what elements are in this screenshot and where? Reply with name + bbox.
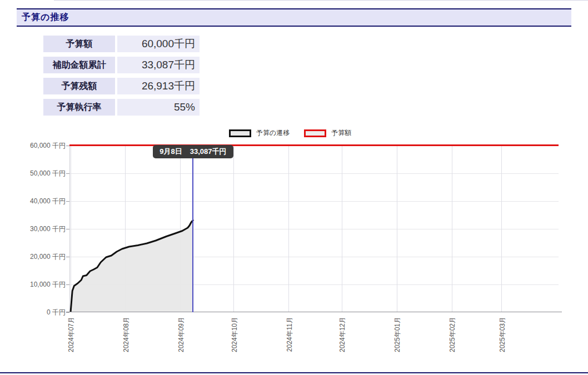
x-axis-label: 2024年11月 xyxy=(285,317,295,352)
y-axis-label: 0 千円 xyxy=(17,308,66,317)
x-axis-label: 2024年08月 xyxy=(122,317,131,352)
y-axis-label: 50,000 千円 xyxy=(17,169,66,178)
bottom-border xyxy=(0,372,588,373)
legend-label: 予算額 xyxy=(331,128,351,138)
y-tick xyxy=(66,312,69,313)
y-axis-label: 10,000 千円 xyxy=(17,280,66,289)
y-axis-label: 30,000 千円 xyxy=(17,224,66,234)
y-tick xyxy=(66,173,69,174)
legend-swatch-icon xyxy=(229,129,251,137)
x-axis-label: 2024年10月 xyxy=(230,317,240,352)
y-tick xyxy=(66,201,69,202)
chart-legend: 予算の遷移予算額 xyxy=(229,128,351,138)
legend-item: 予算の遷移 xyxy=(229,128,290,138)
x-axis-label: 2025年02月 xyxy=(448,317,457,352)
x-axis-label: 2025年01月 xyxy=(393,317,402,352)
legend-label: 予算の遷移 xyxy=(256,128,290,138)
y-axis-label: 40,000 千円 xyxy=(17,197,66,206)
x-axis-label: 2025年03月 xyxy=(498,317,507,352)
y-axis-label: 60,000 千円 xyxy=(17,141,66,151)
x-axis-label: 2024年07月 xyxy=(67,317,76,352)
budget-limit-line xyxy=(69,144,559,146)
budget-transition-series xyxy=(69,146,559,312)
y-axis-label: 20,000 千円 xyxy=(17,252,66,262)
y-tick xyxy=(66,257,69,257)
x-axis-line xyxy=(66,312,562,312)
legend-swatch-icon xyxy=(304,129,326,137)
y-tick xyxy=(66,284,69,285)
chart-tooltip: 9月8日 33,087千円 xyxy=(153,145,233,158)
plot-area[interactable] xyxy=(69,146,559,312)
tooltip-value: 33,087千円 xyxy=(190,147,227,157)
y-tick xyxy=(66,229,69,229)
legend-item: 予算額 xyxy=(304,128,351,138)
cursor-line xyxy=(192,146,193,312)
budget-chart: 予算の遷移予算額 9月8日 33,087千円 0 千円10,000 千円20,0… xyxy=(0,0,588,375)
tooltip-date: 9月8日 xyxy=(160,147,182,157)
x-axis-label: 2024年12月 xyxy=(338,317,347,352)
x-axis-label: 2024年09月 xyxy=(177,317,186,352)
